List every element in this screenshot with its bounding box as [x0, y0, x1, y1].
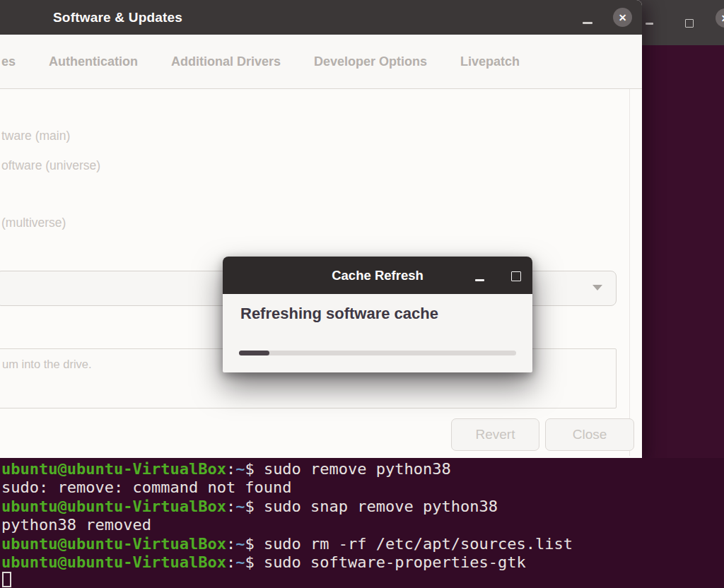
progress-bar [239, 351, 516, 355]
terminal-window-backdrop[interactable] [636, 45, 724, 458]
tab-es[interactable]: es [1, 54, 16, 69]
tab-livepatch[interactable]: Livepatch [460, 54, 520, 69]
terminal-line: ubuntu@ubuntu-VirtualBox:~$ sudo rm -rf … [1, 535, 573, 553]
close-icon[interactable]: ✕ [613, 8, 632, 27]
checkbox-label-multiverse: (multiverse) [1, 216, 66, 230]
terminal-line: python38 removed [1, 516, 573, 534]
tab-additional-drivers[interactable]: Additional Drivers [171, 54, 281, 69]
terminal-window[interactable]: ubuntu@ubuntu-VirtualBox:~$ sudo remove … [0, 458, 724, 588]
terminal-line: sudo: remove: command not found [1, 478, 573, 497]
content-divider [629, 89, 630, 456]
revert-button[interactable]: Revert [451, 418, 539, 451]
checkbox-label-universe: oftware (universe) [1, 158, 100, 173]
terminal-line: ubuntu@ubuntu-VirtualBox:~$ sudo softwar… [1, 553, 573, 572]
minimize-icon[interactable] [646, 23, 653, 25]
tab-developer-options[interactable]: Developer Options [314, 54, 427, 69]
terminal-output: ubuntu@ubuntu-VirtualBox:~$ sudo remove … [1, 460, 573, 572]
terminal-line: ubuntu@ubuntu-VirtualBox:~$ sudo remove … [1, 460, 573, 478]
titlebar[interactable]: Software & Updates ✕ [0, 0, 642, 35]
maximize-icon[interactable] [511, 271, 521, 281]
terminal-cursor [2, 572, 11, 587]
chevron-down-icon [592, 285, 602, 290]
close-icon[interactable]: ✕ [716, 8, 724, 28]
tab-authentication[interactable]: Authentication [49, 54, 138, 69]
dialog-message: Refreshing software cache [240, 305, 438, 323]
close-button[interactable]: Close [545, 418, 634, 451]
dialog-titlebar[interactable]: Cache Refresh [223, 257, 532, 294]
checkbox-label-main: tware (main) [1, 129, 70, 143]
dialog-title: Cache Refresh [223, 257, 532, 294]
minimize-icon[interactable] [475, 279, 484, 281]
minimize-icon[interactable] [583, 22, 592, 24]
cache-refresh-dialog: Cache Refresh Refreshing software cache [223, 257, 532, 372]
progress-fill [239, 351, 269, 355]
desktop: ✕ Software & Updates ✕ esAuthenticationA… [0, 0, 724, 588]
tab-bar: esAuthenticationAdditional DriversDevelo… [0, 35, 642, 89]
software-updates-window: Software & Updates ✕ esAuthenticationAdd… [0, 0, 642, 458]
restore-icon[interactable] [685, 19, 694, 28]
terminal-line: ubuntu@ubuntu-VirtualBox:~$ sudo snap re… [1, 498, 573, 516]
cdrom-hint-text: um into the drive. [2, 358, 92, 371]
window-title: Software & Updates [53, 0, 182, 35]
